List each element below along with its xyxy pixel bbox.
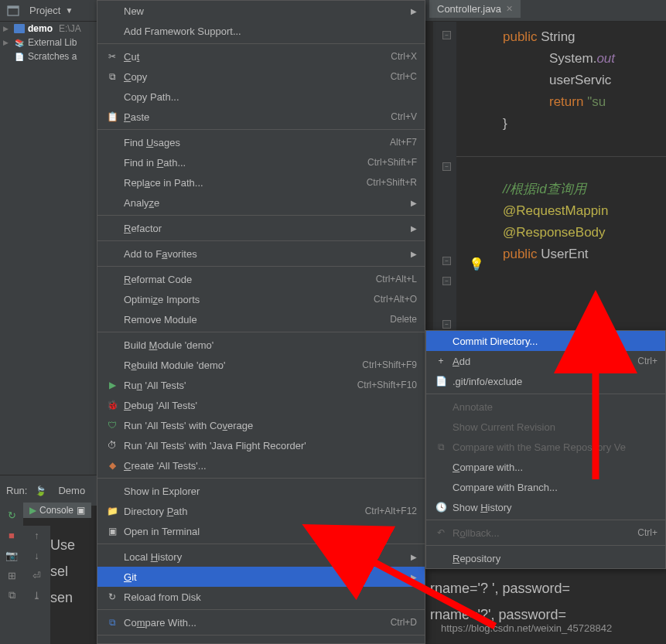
menu-debug[interactable]: 🐞Debug 'All Tests' [97,395,425,415]
console-output[interactable]: Use sel sen [50,526,437,611]
run-toolbar-left: ↻ ■ 📷 ⊞ ⧉ [0,503,23,644]
dropdown-icon: ▼ [65,6,73,15]
console-line: sen [50,584,437,611]
scroll-button[interactable]: ⤓ [31,589,43,601]
console-output-right: rname='? ', password= rname='?', passwor… [430,575,666,628]
menu-show-explorer[interactable]: Show in Explorer [97,481,425,501]
menu-rollback: ↶Rollback...Ctrl+ [426,523,665,543]
menu-git-add[interactable]: +AddCtrl+ [426,351,665,371]
menu-separator [97,478,425,479]
code-kw: public [503,29,537,44]
menu-module-settings[interactable]: Open Module SettingsF4 [97,638,425,644]
code-brace: } [503,116,507,131]
menu-repository[interactable]: Repository [426,548,665,568]
code-comment: //根据id查询用 [503,182,586,196]
rerun-button[interactable]: ↻ [5,509,18,521]
code-str: "su [583,94,606,109]
menu-create-tests[interactable]: ◆Create 'All Tests'... [97,455,425,475]
pin-button[interactable]: ⧉ [5,589,18,601]
menu-build-module[interactable]: Build Module 'demo' [97,335,425,355]
run-config-name: Demo [58,485,85,496]
tree-item-scratches[interactable]: 📄 Scratches a [0,49,97,63]
menu-paste[interactable]: 📋PasteCtrl+V [97,107,425,127]
tree-label: External Lib [28,37,77,48]
menu-find-in-path[interactable]: Find in Path...Ctrl+Shift+F [97,152,425,172]
menu-cut[interactable]: ✂CutCtrl+X [97,46,425,66]
chevron-right-icon: ▶ [411,199,417,207]
console-line: sel [50,558,437,584]
fold-icon[interactable]: − [442,320,451,329]
down-button[interactable]: ↓ [31,549,43,561]
fold-icon[interactable]: − [442,31,451,39]
editor-tab[interactable]: Controller.java ✕ [429,0,521,18]
coverage-icon: 🛡 [105,419,119,431]
menu-directory-path[interactable]: 📁Directory PathCtrl+Alt+F12 [97,501,425,521]
menu-separator [97,129,425,130]
menu-find-usages[interactable]: Find UsagesAlt+F7 [97,132,425,152]
tab-label: Console [39,505,73,516]
project-label: Project [29,5,60,16]
fold-icon[interactable]: − [442,257,451,265]
copy-icon: ⧉ [105,70,119,83]
menu-commit-directory[interactable]: Commit Directory... [426,331,665,351]
stop-button[interactable]: ■ [5,529,18,541]
menu-reformat[interactable]: Reformat CodeCtrl+Alt+L [97,269,425,289]
tree-path: E:\JA [59,23,81,34]
menu-compare-branch[interactable]: Compare with Branch... [426,477,665,497]
project-tree[interactable]: ▶ demo E:\JA ▶ 📚 External Lib 📄 Scratche… [0,22,97,486]
fold-icon[interactable]: − [442,162,451,171]
close-icon[interactable]: ✕ [506,4,513,14]
context-menu-git: Commit Directory... +AddCtrl+ 📄.git/info… [425,330,666,569]
camera-button[interactable]: 📷 [5,549,18,561]
chevron-right-icon: ▶ [411,250,417,258]
menu-analyze[interactable]: Analyze▶ [97,193,425,213]
menu-separator [97,240,425,241]
tree-item-external-libs[interactable]: ▶ 📚 External Lib [0,36,97,49]
menu-remove-module[interactable]: Remove ModuleDelete [97,309,425,329]
menu-jfr[interactable]: ⏱Run 'All Tests' with 'Java Flight Recor… [97,435,425,455]
debug-icon: 🐞 [105,399,119,411]
console-tab[interactable]: ▶ Console ▣ [23,503,91,518]
menu-git-exclude[interactable]: 📄.git/info/exclude [426,371,665,391]
menu-separator [97,215,425,216]
project-icon [6,5,20,17]
menu-add-favorites[interactable]: Add to Favorites▶ [97,244,425,264]
menu-replace-in-path[interactable]: Replace in Path...Ctrl+Shift+R [97,172,425,193]
menu-refactor[interactable]: Refactor▶ [97,218,425,238]
wrap-button[interactable]: ⏎ [31,569,43,581]
cut-icon: ✂ [105,50,119,63]
menu-annotate: Annotate [426,397,665,417]
menu-coverage[interactable]: 🛡Run 'All Tests' with Coverage [97,415,425,435]
menu-rebuild-module[interactable]: Rebuild Module 'demo'Ctrl+Shift+F9 [97,355,425,375]
layout-button[interactable]: ⊞ [5,569,18,581]
up-button[interactable]: ↑ [31,529,43,541]
tab-label: Controller.java [437,3,501,15]
menu-copy-path[interactable]: Copy Path... [97,87,425,107]
run-tool-header: Run: 🍃 Demo [0,475,97,506]
scratch-icon: 📄 [14,52,25,61]
fold-icon[interactable]: − [442,277,451,285]
menu-compare-repo: ⧉Compare with the Same Repository Ve [426,437,665,457]
menu-separator [426,520,665,520]
menu-add-framework[interactable]: Add Framework Support... [97,21,425,41]
module-folder-icon [14,24,25,33]
run-config-icon: 🍃 [33,485,47,497]
menu-compare[interactable]: ⧉Compare With...Ctrl+D [97,612,425,632]
chevron-right-icon: ▶ [411,7,417,15]
code-editor[interactable]: public String System.out userServic retu… [456,22,666,331]
menu-compare-with[interactable]: Compare with... [426,457,665,477]
menu-copy[interactable]: ⧉CopyCtrl+C [97,66,425,87]
tree-item-demo[interactable]: ▶ demo E:\JA [0,22,97,36]
code-text: System. [549,51,596,66]
menu-separator [97,332,425,332]
menu-run[interactable]: ▶Run 'All Tests'Ctrl+Shift+F10 [97,375,425,395]
menu-show-history[interactable]: 🕓Show History [426,497,665,517]
menu-optimize-imports[interactable]: Optimize ImportsCtrl+Alt+O [97,289,425,309]
tree-label: Scratches a [28,51,77,62]
menu-new[interactable]: New▶ [97,1,425,21]
watermark-text: https://blog.csdn.net/weixin_45728842 [441,622,612,634]
library-icon: 📚 [14,38,25,47]
chevron-right-icon: ▶ [411,224,417,233]
menu-separator [426,545,665,546]
project-tool-window-header[interactable]: Project ▼ [6,5,73,17]
